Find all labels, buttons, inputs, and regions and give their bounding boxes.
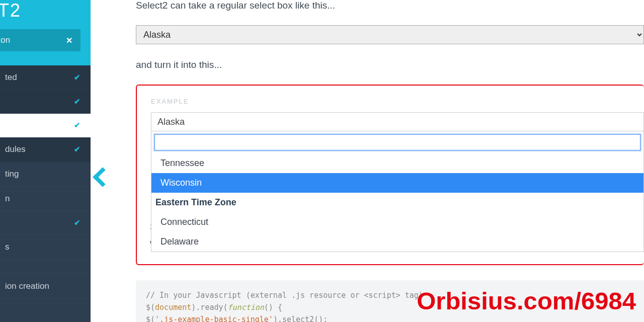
intro-text-2: and turn it into this...	[136, 59, 644, 70]
search-text: umentation	[0, 35, 10, 45]
select2-option-connecticut[interactable]: Connecticut	[151, 212, 643, 232]
sidebar-item-label: ted	[5, 72, 17, 83]
chevron-left-icon[interactable]	[96, 170, 113, 187]
sidebar-item-3[interactable]: dules✔	[0, 137, 91, 162]
select2-search-input[interactable]	[154, 134, 640, 150]
sidebar-item-1[interactable]: ✔	[0, 90, 91, 114]
sidebar-item-label: dules	[5, 144, 26, 154]
sidebar-item-4[interactable]: ting	[0, 162, 91, 187]
search-box[interactable]: umentation ✕	[0, 29, 80, 51]
select2-selected[interactable]: Alaska	[151, 112, 644, 131]
check-icon: ✔	[74, 97, 80, 106]
sidebar-item-6[interactable]: ✔	[0, 211, 91, 235]
sidebar-item-5[interactable]: n	[0, 187, 91, 211]
sidebar-item-2[interactable]: ✔	[0, 114, 91, 137]
plain-select[interactable]: Alaska	[136, 25, 644, 44]
example-label: EXAMPLE	[151, 98, 644, 105]
check-icon: ✔	[74, 73, 80, 82]
sidebar: LECT2 umentation ✕ ted✔✔✔dules✔tingn✔sio…	[0, 0, 91, 322]
sidebar-item-0[interactable]: ted✔	[0, 65, 91, 90]
logo: LECT2	[0, 0, 80, 21]
check-icon: ✔	[74, 218, 80, 227]
select2-dropdown: Tennessee Wisconsin Eastern Time Zone Co…	[151, 131, 644, 252]
select2-option-tennessee[interactable]: Tennessee	[151, 153, 643, 173]
sidebar-item-7[interactable]: s	[0, 235, 91, 260]
watermark: Orbisius.com/6984	[417, 287, 636, 315]
sidebar-item-label: n	[5, 194, 10, 204]
sidebar-item-label: ting	[5, 169, 19, 179]
intro-text-1: Select2 can take a regular select box li…	[136, 0, 644, 11]
sidebar-item-9[interactable]: ion creation	[0, 274, 91, 299]
check-icon: ✔	[74, 121, 80, 130]
select2-search-wrap	[151, 131, 643, 153]
check-icon: ✔	[74, 145, 80, 154]
sidebar-item-label: ion creation	[5, 281, 49, 291]
select2-option-wisconsin-highlighted[interactable]: Wisconsin	[151, 173, 643, 193]
sidebar-nav: ted✔✔✔dules✔tingn✔sion creation	[0, 65, 91, 299]
example-box: EXAMPLE Alaska Tennessee Wisconsin Easte…	[136, 85, 644, 265]
sidebar-header: LECT2 umentation ✕	[0, 0, 91, 65]
main-content: Select2 can take a regular select box li…	[136, 0, 644, 322]
select2-selected-value: Alaska	[157, 117, 185, 127]
sidebar-item-label: s	[5, 242, 10, 252]
select2-group-eastern: Eastern Time Zone	[151, 193, 643, 212]
select2-option-delaware[interactable]: Delaware	[151, 232, 643, 252]
sidebar-item-8[interactable]	[0, 260, 91, 274]
clear-search-icon[interactable]: ✕	[66, 36, 72, 45]
